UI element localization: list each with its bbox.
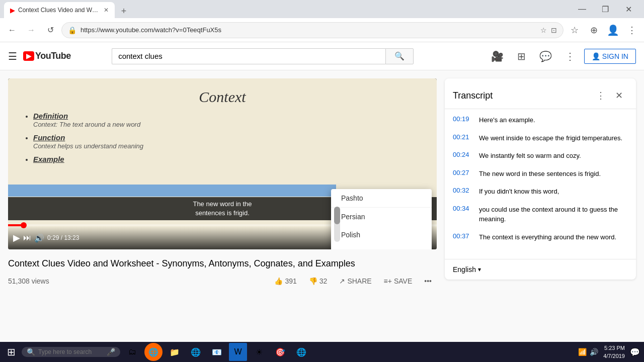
- back-btn[interactable]: ←: [4, 22, 20, 38]
- transcript-text: you could use the context around it to g…: [479, 205, 628, 224]
- taskbar-chrome[interactable]: 🌐: [144, 343, 163, 361]
- close-btn[interactable]: ✕: [617, 0, 640, 18]
- thumbs-up-icon: 👍: [274, 277, 283, 285]
- transcript-text: We instantly felt so warm and cozy.: [479, 151, 581, 161]
- transcript-entry-0027[interactable]: 00:27 The new word in these sentences is…: [445, 165, 636, 183]
- youtube-logo[interactable]: ▶ YouTube: [23, 51, 71, 61]
- forward-btn[interactable]: →: [23, 22, 39, 38]
- taskbar-right: 📶 🔊 5:23 PM 4/7/2019 💬: [578, 344, 640, 360]
- timestamp: 00:34: [453, 205, 471, 224]
- yt-logo-text: YouTube: [35, 51, 71, 61]
- lang-item-portuguese[interactable]: Portuguese: [331, 244, 432, 249]
- notification-center[interactable]: 💬: [630, 347, 640, 357]
- next-btn[interactable]: ⏭: [23, 233, 31, 242]
- person-icon: 👤: [592, 52, 600, 60]
- apps-btn[interactable]: ⊞: [512, 46, 532, 66]
- dropdown-scrollbar[interactable]: [334, 207, 340, 242]
- start-button[interactable]: ⊞: [4, 345, 19, 359]
- transcript-header: Transcript ⋮ ✕: [445, 78, 636, 109]
- view-count: 51,308 views: [8, 277, 49, 285]
- search-input[interactable]: [112, 48, 385, 64]
- microphone-icon: 🎤: [107, 348, 115, 356]
- video-info: Context Clues Video and Worksheet - Syno…: [8, 255, 437, 290]
- taskbar-extra[interactable]: 🌐: [292, 343, 310, 361]
- tab-close-btn[interactable]: ✕: [104, 7, 109, 14]
- taskbar-weather[interactable]: ☀: [250, 343, 268, 361]
- language-dropdown[interactable]: Pashto Persian Polish Portuguese Punjabi…: [331, 189, 432, 249]
- more-actions-button[interactable]: •••: [419, 274, 437, 288]
- lang-item-pashto[interactable]: Pashto: [331, 189, 432, 208]
- time-display: 0:29 / 13:23: [47, 234, 79, 241]
- network-icon[interactable]: 📶: [578, 348, 587, 356]
- taskbar-edge[interactable]: 🌐: [187, 343, 205, 361]
- video-player[interactable]: Context Definition Context: The text aro…: [8, 78, 437, 249]
- transcript-text: We went inside to escape the frigid temp…: [479, 133, 622, 143]
- address-bar[interactable]: 🔒 https://www.youtube.com/watch?v=0Teeqt…: [61, 22, 564, 38]
- play-btn[interactable]: ▶: [13, 232, 20, 243]
- taskbar-file-explorer[interactable]: 🗂: [123, 343, 141, 361]
- transcript-panel: Transcript ⋮ ✕ 00:19 Here's an example. …: [445, 78, 636, 280]
- new-tab-btn[interactable]: +: [117, 4, 131, 18]
- volume-btn[interactable]: 🔊: [34, 233, 44, 243]
- language-selector[interactable]: English ▾: [453, 265, 481, 274]
- search-button[interactable]: 🔍: [385, 48, 414, 64]
- transcript-entry-0021[interactable]: 00:21 We went inside to escape the frigi…: [445, 129, 636, 147]
- extensions-btn[interactable]: ⊕: [586, 22, 602, 38]
- bookmark-btn[interactable]: ☆: [567, 22, 583, 38]
- thumbs-down-icon: 👎: [309, 277, 317, 285]
- taskbar-search[interactable]: 🔍 🎤: [22, 347, 120, 357]
- lock-icon: 🔒: [68, 26, 76, 34]
- video-meta: 51,308 views 👍 391 👎 32 ↗ SHARE: [8, 274, 437, 288]
- transcript-entry-0032[interactable]: 00:32 If you didn't know this word,: [445, 183, 636, 201]
- term-definition: Definition: [33, 112, 68, 120]
- reload-btn[interactable]: ↺: [42, 22, 58, 38]
- taskbar-search-input[interactable]: [38, 348, 104, 355]
- timestamp: 00:19: [453, 115, 471, 125]
- hamburger-menu[interactable]: ☰: [8, 50, 17, 62]
- save-button[interactable]: ≡+ SAVE: [379, 274, 418, 288]
- yt-logo-icon: ▶: [23, 51, 34, 61]
- term-function: Function: [33, 133, 65, 142]
- more-btn[interactable]: ⋮: [560, 46, 580, 66]
- account-icon[interactable]: 👤: [605, 22, 621, 38]
- sign-in-button[interactable]: 👤 SIGN IN: [584, 49, 636, 64]
- transcript-entry-0034[interactable]: 00:34 you could use the context around i…: [445, 201, 636, 228]
- timestamp: 00:32: [453, 187, 471, 197]
- transcript-text: The context is everything around the new…: [479, 232, 616, 242]
- video-create-btn[interactable]: 🎥: [488, 46, 508, 66]
- transcript-options-btn[interactable]: ⋮: [592, 86, 610, 105]
- transcript-footer: English ▾: [445, 259, 636, 280]
- notifications-btn[interactable]: 💬: [536, 46, 556, 66]
- dislike-button[interactable]: 👎 32: [304, 274, 333, 288]
- star-icon[interactable]: ☆: [540, 26, 547, 34]
- transcript-entry-0037[interactable]: 00:37 The context is everything around t…: [445, 228, 636, 246]
- lang-item-polish[interactable]: Polish: [331, 226, 432, 244]
- taskbar-clock: 5:23 PM 4/7/2019: [603, 344, 625, 360]
- taskbar-mail[interactable]: 📧: [208, 343, 226, 361]
- transcript-body: 00:19 Here's an example. 00:21 We went i…: [445, 109, 636, 259]
- desc-definition: Context: The text around a new word: [33, 121, 140, 128]
- timestamp: 00:24: [453, 151, 471, 161]
- maximize-btn[interactable]: ❐: [594, 0, 617, 18]
- language-label: English: [453, 265, 476, 274]
- address-text: https://www.youtube.com/watch?v=0TeeqtFu…: [80, 26, 536, 34]
- reader-icon[interactable]: ⊡: [551, 26, 557, 34]
- language-list: Pashto Persian Polish Portuguese Punjabi…: [331, 189, 432, 249]
- scrollbar-thumb[interactable]: [334, 207, 340, 224]
- share-button[interactable]: ↗ SHARE: [334, 274, 376, 288]
- share-icon: ↗: [339, 277, 345, 285]
- transcript-entry-0024[interactable]: 00:24 We instantly felt so warm and cozy…: [445, 147, 636, 165]
- save-icon: ≡+: [384, 277, 392, 285]
- volume-icon[interactable]: 🔊: [590, 348, 598, 356]
- lang-item-persian[interactable]: Persian: [331, 208, 432, 226]
- transcript-close-btn[interactable]: ✕: [610, 86, 628, 105]
- taskbar-powerpoint[interactable]: 🎯: [271, 343, 289, 361]
- taskbar-folder[interactable]: 📁: [166, 343, 184, 361]
- transcript-text: Here's an example.: [479, 115, 535, 125]
- subtitle-text: The new word in thesentences is frigid.: [193, 200, 252, 217]
- transcript-entry-0019[interactable]: 00:19 Here's an example.: [445, 111, 636, 129]
- taskbar-word[interactable]: W: [229, 343, 247, 361]
- like-button[interactable]: 👍 391: [269, 274, 301, 288]
- menu-btn[interactable]: ⋮: [624, 22, 640, 38]
- minimize-btn[interactable]: —: [571, 0, 594, 18]
